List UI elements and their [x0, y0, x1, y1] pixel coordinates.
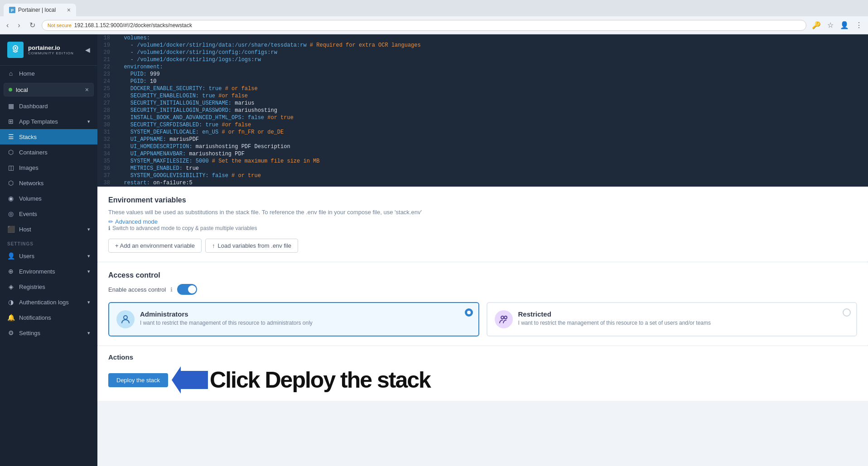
load-env-file-button[interactable]: ↑ Load variables from .env file — [205, 239, 298, 253]
code-line: 33 UI_HOMEDESCRIPTION: mariushosting PDF… — [97, 143, 868, 150]
logo-edition: COMMUNITY EDITION — [28, 51, 74, 55]
sidebar-item-dashboard[interactable]: ▦ Dashboard — [0, 98, 97, 114]
menu-icon[interactable]: ⋮ — [854, 19, 864, 31]
sidebar-collapse-icon[interactable]: ◀ — [85, 46, 90, 53]
tab-favicon: P — [9, 7, 15, 13]
profile-icon[interactable]: 👤 — [838, 19, 851, 31]
sidebar-logo: portainer.io COMMUNITY EDITION ◀ — [0, 34, 97, 66]
tab-close-icon[interactable]: × — [67, 6, 71, 14]
env-close-icon[interactable]: × — [85, 86, 89, 93]
line-number: 31 — [97, 129, 116, 135]
access-toggle-row: Enable access control ℹ — [108, 284, 857, 295]
click-annotation: Click Deploy the stack — [172, 366, 430, 394]
auth-logs-label: Authentication logs — [19, 299, 69, 306]
access-control-toggle[interactable] — [177, 284, 197, 295]
active-tab[interactable]: P Portainer | local × — [4, 4, 76, 16]
refresh-button[interactable]: ↻ — [27, 20, 38, 30]
events-icon: ◎ — [7, 210, 14, 217]
line-content: SECURITY_CSRFDISABLED: true #or false — [116, 122, 868, 128]
address-bar[interactable]: Not secure 192.168.1.152:9000/#!/2/docke… — [42, 20, 806, 31]
line-content: SECURITY_ENABLELOGIN: true #or false — [116, 93, 868, 99]
browser-tabs: P Portainer | local × — [4, 4, 864, 16]
line-content: environment: — [116, 64, 868, 70]
logo-text-block: portainer.io COMMUNITY EDITION — [28, 44, 74, 55]
restricted-card-text: Restricted I want to restrict the manage… — [518, 310, 711, 326]
admin-card-text: Administrators I want to restrict the ma… — [140, 310, 313, 326]
env-name-label: local — [16, 86, 28, 93]
registries-icon: ◈ — [7, 283, 14, 290]
sidebar: portainer.io COMMUNITY EDITION ◀ ⌂ Home … — [0, 34, 97, 466]
env-variables-desc: These values will be used as substitutio… — [108, 209, 857, 216]
admin-card-icon — [116, 310, 135, 328]
line-number: 34 — [97, 151, 116, 157]
sidebar-item-notifications[interactable]: 🔔 Notifications — [0, 310, 97, 325]
toolbar-actions: 🔑 ☆ 👤 ⋮ — [810, 19, 864, 31]
line-number: 22 — [97, 64, 116, 70]
users-label: Users — [19, 253, 34, 259]
line-number: 26 — [97, 93, 116, 99]
notifications-label: Notifications — [19, 314, 51, 321]
line-number: 30 — [97, 122, 116, 128]
code-line: 20 - /volume1/docker/stirling/config:/co… — [97, 49, 868, 56]
annotation-overlay: Deploy the stack Click Deploy the stack — [108, 366, 857, 394]
sidebar-item-settings[interactable]: ⚙ Settings ▾ — [0, 325, 97, 341]
line-content: SYSTEM_MAXFILESIZE: 5000 # Set the maxim… — [116, 158, 868, 164]
home-icon: ⌂ — [7, 70, 14, 77]
line-content: METRICS_ENABLED: true — [116, 165, 868, 172]
sidebar-item-auth-logs[interactable]: ◑ Authentication logs ▾ — [0, 294, 97, 310]
sidebar-item-registries[interactable]: ◈ Registries — [0, 279, 97, 294]
stacks-icon: ☰ — [7, 133, 14, 140]
code-line: 18 volumes: — [97, 34, 868, 42]
env-badge[interactable]: local × — [4, 83, 94, 96]
line-content: PUID: 999 — [116, 71, 868, 77]
sidebar-item-images[interactable]: ◫ Images — [0, 160, 97, 175]
arrow-graphic — [172, 366, 208, 394]
code-line: 25 DOCKER_ENABLE_SECURITY: true # or fal… — [97, 85, 868, 92]
advanced-mode-link[interactable]: ✏ Advanced mode — [108, 218, 857, 225]
restricted-card[interactable]: Restricted I want to restrict the manage… — [487, 302, 858, 336]
line-number: 28 — [97, 107, 116, 114]
code-line: 29 INSTALL_BOOK_AND_ADVANCED_HTML_OPS: f… — [97, 114, 868, 121]
svg-point-7 — [504, 316, 507, 319]
svg-marker-8 — [172, 366, 208, 394]
sidebar-item-volumes[interactable]: ◉ Volumes — [0, 191, 97, 206]
code-line: 31 SYSTEM_DEFAULTLOCALE: en_US # or fn_F… — [97, 129, 868, 136]
code-line: 38 restart: on-failure:5 — [97, 179, 868, 187]
svg-point-6 — [501, 316, 504, 319]
switch-hint: ℹ Switch to advanced mode to copy & past… — [108, 225, 857, 231]
sidebar-item-app-templates[interactable]: ⊞ App Templates ▾ — [0, 114, 97, 129]
admin-card-radio[interactable] — [465, 308, 473, 317]
code-line: 24 PGID: 10 — [97, 78, 868, 85]
tab-title: Portainer | local — [18, 7, 56, 13]
add-env-variable-button[interactable]: + Add an environment variable — [108, 239, 202, 253]
containers-label: Containers — [19, 149, 48, 156]
sidebar-item-host[interactable]: ⬛ Host ▾ — [0, 221, 97, 237]
sidebar-item-stacks[interactable]: ☰ Stacks — [0, 129, 97, 144]
sidebar-item-users[interactable]: 👤 Users ▾ — [0, 248, 97, 264]
sidebar-item-containers[interactable]: ⬡ Containers — [0, 144, 97, 160]
bookmark-icon[interactable]: ☆ — [825, 19, 835, 31]
restricted-card-radio[interactable] — [843, 308, 851, 317]
deploy-stack-button[interactable]: Deploy the stack — [108, 373, 168, 387]
sidebar-item-home[interactable]: ⌂ Home — [0, 66, 97, 81]
code-line: 22 environment: — [97, 63, 868, 71]
env-variables-title: Environment variables — [108, 196, 857, 204]
administrators-card[interactable]: Administrators I want to restrict the ma… — [108, 302, 479, 336]
restricted-card-icon — [495, 310, 513, 328]
sidebar-item-environments[interactable]: ⊕ Environments ▾ — [0, 264, 97, 279]
sidebar-item-events[interactable]: ◎ Events — [0, 206, 97, 221]
sidebar-item-networks[interactable]: ⬡ Networks — [0, 175, 97, 191]
back-button[interactable]: ‹ — [4, 20, 11, 30]
line-content: - /volume1/docker/stirling/data:/usr/sha… — [116, 42, 868, 48]
logo-brand: portainer.io — [28, 44, 74, 51]
app-layout: portainer.io COMMUNITY EDITION ◀ ⌂ Home … — [0, 34, 868, 466]
line-number: 27 — [97, 100, 116, 106]
line-number: 25 — [97, 86, 116, 92]
environments-label: Environments — [19, 268, 55, 275]
code-editor: 18 volumes:19 - /volume1/docker/stirling… — [97, 34, 868, 187]
env-buttons: + Add an environment variable ↑ Load var… — [108, 239, 857, 253]
host-label: Host — [19, 226, 31, 233]
forward-button[interactable]: › — [15, 20, 23, 30]
enable-access-label: Enable access control — [108, 286, 166, 293]
password-icon[interactable]: 🔑 — [810, 19, 823, 31]
